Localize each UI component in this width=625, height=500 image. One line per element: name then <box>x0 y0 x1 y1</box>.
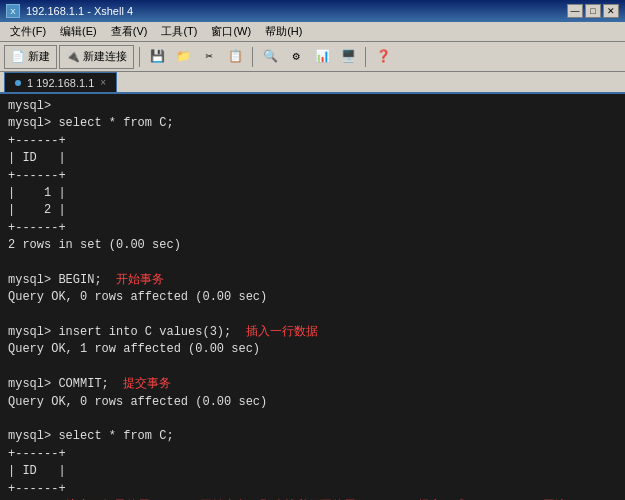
toolbar-separator-3 <box>365 47 366 67</box>
new-label: 新建 <box>28 49 50 64</box>
menu-bar: 文件(F) 编辑(E) 查看(V) 工具(T) 窗口(W) 帮助(H) <box>0 22 625 42</box>
toolbar-btn-6[interactable]: ⚙️ <box>284 45 308 69</box>
toolbar-separator-1 <box>139 47 140 67</box>
toolbar-btn-4[interactable]: 📋 <box>223 45 247 69</box>
tab-label: 1 192.168.1.1 <box>27 77 94 89</box>
menu-edit[interactable]: 编辑(E) <box>54 22 103 41</box>
close-button[interactable]: ✕ <box>603 4 619 18</box>
toolbar: 📄 新建 🔌 新建连接 💾 📁 ✂️ 📋 🔍 ⚙️ 📊 🖥️ ❓ <box>0 42 625 72</box>
toolbar-btn-3[interactable]: ✂️ <box>197 45 221 69</box>
new-icon: 📄 <box>11 50 25 63</box>
maximize-button[interactable]: □ <box>585 4 601 18</box>
menu-view[interactable]: 查看(V) <box>105 22 154 41</box>
tab-status-dot <box>15 80 21 86</box>
toolbar-btn-2[interactable]: 📁 <box>171 45 195 69</box>
terminal-area[interactable]: mysql> mysql> select * from C; +------+ … <box>0 94 625 500</box>
menu-tools[interactable]: 工具(T) <box>155 22 203 41</box>
tab-close-button[interactable]: × <box>100 77 106 88</box>
toolbar-btn-1[interactable]: 💾 <box>145 45 169 69</box>
tab-bar: 1 192.168.1.1 × <box>0 72 625 94</box>
connect-button[interactable]: 🔌 新建连接 <box>59 45 134 69</box>
toolbar-btn-5[interactable]: 🔍 <box>258 45 282 69</box>
terminal-content: mysql> mysql> select * from C; +------+ … <box>8 98 617 500</box>
toolbar-btn-7[interactable]: 📊 <box>310 45 334 69</box>
app-icon: X <box>6 4 20 18</box>
connect-label: 新建连接 <box>83 49 127 64</box>
window-title: 192.168.1.1 - Xshell 4 <box>26 5 133 17</box>
window-controls: — □ ✕ <box>567 4 619 18</box>
toolbar-btn-8[interactable]: 🖥️ <box>336 45 360 69</box>
tab-session-1[interactable]: 1 192.168.1.1 × <box>4 72 117 92</box>
connect-icon: 🔌 <box>66 50 80 63</box>
toolbar-btn-9[interactable]: ❓ <box>371 45 395 69</box>
new-button[interactable]: 📄 新建 <box>4 45 57 69</box>
toolbar-separator-2 <box>252 47 253 67</box>
menu-help[interactable]: 帮助(H) <box>259 22 308 41</box>
menu-window[interactable]: 窗口(W) <box>205 22 257 41</box>
title-bar: X 192.168.1.1 - Xshell 4 — □ ✕ <box>0 0 625 22</box>
menu-file[interactable]: 文件(F) <box>4 22 52 41</box>
minimize-button[interactable]: — <box>567 4 583 18</box>
